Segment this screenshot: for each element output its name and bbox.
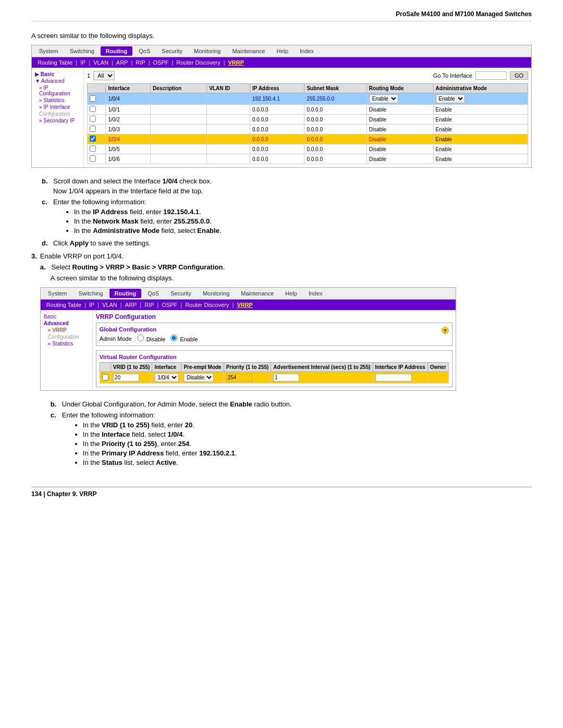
nav-maintenance-2[interactable]: Maintenance: [236, 289, 279, 298]
sidebar-configuration[interactable]: Configuration: [35, 110, 80, 117]
nav-switching[interactable]: Switching: [65, 46, 100, 56]
vrow-checkbox[interactable]: [100, 372, 111, 384]
go-to-input[interactable]: [475, 71, 507, 80]
nav-security-2[interactable]: Security: [165, 289, 197, 298]
adv-input[interactable]: [273, 374, 299, 381]
interface-index: 1: [87, 72, 90, 79]
enable-radio-label[interactable]: Enable: [169, 335, 198, 342]
subnav-rip[interactable]: RIP: [133, 59, 148, 66]
disable-radio-label[interactable]: Disable: [136, 335, 166, 342]
vrow-owner: [427, 372, 448, 384]
nav-maintenance[interactable]: Maintenance: [227, 46, 270, 56]
subnav2-vrrp[interactable]: VRRP: [234, 301, 255, 309]
row-checkbox[interactable]: [88, 154, 106, 164]
priority-input[interactable]: [226, 374, 252, 381]
admin-mode-select[interactable]: Enable: [436, 94, 465, 103]
vrrp-table-row: 1/0/4 Disable: [100, 372, 448, 384]
disable-radio[interactable]: [137, 335, 144, 341]
col-interface: Interface: [106, 84, 151, 93]
subnav2-routing-table[interactable]: Routing Table: [44, 301, 84, 309]
go-button[interactable]: GO: [510, 71, 528, 80]
subnav-router-discovery[interactable]: Router Discovery: [174, 59, 223, 66]
row-interface: 1/0/3: [106, 125, 151, 134]
row-checkbox[interactable]: [88, 144, 106, 154]
vrow-interface: 1/0/4: [152, 372, 181, 384]
sidebar-ip-config[interactable]: » IP Configuration: [35, 84, 80, 97]
col-checkbox: [88, 84, 106, 93]
subnav-routing-table[interactable]: Routing Table: [35, 59, 75, 66]
row-checkbox[interactable]: [88, 93, 106, 105]
screenshot-panel-2: System Switching Routing QoS Security Mo…: [40, 287, 456, 391]
vcol-interface: Interface: [152, 363, 181, 372]
row-checkbox[interactable]: [88, 125, 106, 134]
header-title: ProSafe M4100 and M7100 Managed Switches: [396, 10, 532, 18]
vrow-vrid: [111, 372, 152, 384]
nav-system[interactable]: System: [34, 46, 64, 56]
list-item: In the Primary IP Address field, enter 1…: [83, 449, 237, 457]
panel-body-1: ▶ Basic ▼ Advanced » IP Configuration » …: [32, 68, 531, 167]
row-checkbox[interactable]: [88, 134, 106, 144]
all-select[interactable]: All: [93, 71, 115, 80]
main-content-1: 1 All Go To Interface GO Interface Descr…: [84, 68, 531, 167]
nav-routing-2[interactable]: Routing: [109, 289, 142, 298]
nav-index-2[interactable]: Index: [303, 289, 328, 298]
list-item: In the IP Address field, enter 192.150.4…: [74, 208, 222, 216]
sidebar2-basic[interactable]: Basic: [44, 313, 89, 320]
footer-left: 134 | Chapter 9. VRRP: [31, 490, 96, 498]
vrow-ip: [373, 372, 427, 384]
subnav2-ospf[interactable]: OSPF: [159, 301, 180, 309]
sidebar-statistics[interactable]: » Statistics: [35, 97, 80, 104]
subnav2-router-discovery[interactable]: Router Discovery: [182, 301, 231, 309]
subnav-vlan[interactable]: VLAN: [91, 59, 111, 66]
row-checkbox[interactable]: [88, 105, 106, 115]
ip-input[interactable]: [375, 374, 412, 381]
sidebar2-configuration[interactable]: Configuration: [44, 334, 89, 340]
sidebar2-advanced[interactable]: Advanced: [44, 320, 89, 327]
nav-qos[interactable]: QoS: [133, 46, 155, 56]
subnav2-vlan[interactable]: VLAN: [100, 301, 120, 309]
vrow-preempt-select[interactable]: Disable: [183, 373, 214, 382]
nav-qos-2[interactable]: QoS: [142, 289, 164, 298]
routing-mode-select[interactable]: Enable: [369, 94, 398, 103]
help-icon[interactable]: ?: [442, 327, 449, 334]
list-item: In the VRID (1 to 255) field, enter 20.: [83, 421, 237, 429]
nav-index[interactable]: Index: [295, 46, 319, 56]
table-row: 1/0/3 0.0.0.0 0.0.0.0 Disable Enable: [88, 125, 528, 134]
subnav2-arp[interactable]: ARP: [123, 301, 140, 309]
nav-monitoring-2[interactable]: Monitoring: [198, 289, 235, 298]
subnav2-rip[interactable]: RIP: [142, 301, 156, 309]
sidebar-advanced[interactable]: ▼ Advanced: [35, 78, 80, 84]
row-checkbox[interactable]: [88, 115, 106, 125]
row-interface: 1/0/6: [106, 154, 151, 164]
row-admin[interactable]: Enable: [433, 93, 528, 105]
subnav2-ip[interactable]: IP: [87, 301, 97, 309]
sub-nav-1: Routing Table | IP | VLAN | ARP | RIP | …: [32, 57, 531, 68]
list-item: In the Network Mask field, enter 255.255…: [74, 217, 222, 225]
subnav-ip[interactable]: IP: [78, 59, 88, 66]
subnav-vrrp[interactable]: VRRP: [226, 59, 247, 66]
vrow-priority: [224, 372, 271, 384]
nav-monitoring[interactable]: Monitoring: [189, 46, 226, 56]
sidebar-2: Basic Advanced » VRRP Configuration » St…: [41, 310, 93, 390]
sidebar2-statistics[interactable]: » Statistics: [44, 340, 89, 347]
nav-routing[interactable]: Routing: [101, 46, 133, 56]
nav-security[interactable]: Security: [156, 46, 188, 56]
nav-switching-2[interactable]: Switching: [74, 289, 108, 298]
sidebar-basic[interactable]: ▶ Basic: [35, 71, 80, 78]
nav-help-2[interactable]: Help: [280, 289, 302, 298]
row-routing[interactable]: Enable: [366, 93, 433, 105]
vrow-interface-select[interactable]: 1/0/4: [154, 373, 179, 382]
enable-radio[interactable]: [170, 335, 177, 341]
subnav-ospf[interactable]: OSPF: [151, 59, 172, 66]
nav-system-2[interactable]: System: [43, 289, 72, 298]
sidebar-ip-interface[interactable]: » IP Interface: [35, 104, 80, 110]
vcol-priority: Priority (1 to 255): [224, 363, 271, 372]
interface-row: 1 All Go To Interface GO: [87, 71, 528, 80]
vcol-adv: Advertisement Interval (secs) (1 to 255): [271, 363, 373, 372]
subnav-arp[interactable]: ARP: [114, 59, 131, 66]
sidebar-secondary-ip[interactable]: » Secondary IP: [35, 117, 80, 124]
nav-help[interactable]: Help: [271, 46, 293, 56]
global-config-title: Global Configuration: [100, 326, 156, 332]
sidebar2-vrrp[interactable]: » VRRP: [44, 327, 89, 334]
vrid-input[interactable]: [113, 374, 139, 381]
